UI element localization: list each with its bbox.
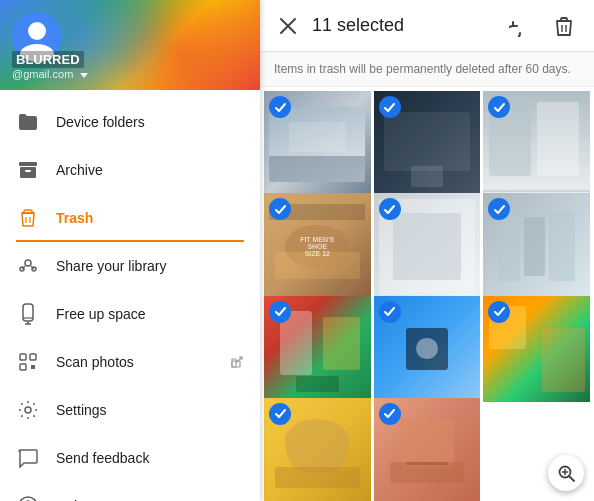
folder-icon: [16, 110, 40, 134]
svg-rect-3: [21, 212, 35, 214]
nav-list: Device folders Archive: [0, 90, 260, 501]
svg-point-6: [25, 260, 31, 266]
selection-check: [269, 403, 291, 425]
svg-rect-15: [20, 364, 26, 370]
toolbar-action-group: [502, 8, 582, 44]
svg-rect-2: [25, 170, 31, 172]
left-drawer: BLURRED @gmail.com Device folders: [0, 0, 260, 501]
sidebar-item-share-library[interactable]: Share your library: [0, 242, 260, 290]
photo-item[interactable]: [264, 91, 371, 198]
help-icon: [16, 494, 40, 501]
svg-rect-16: [31, 365, 35, 369]
selected-count-label: 11 selected: [312, 15, 502, 36]
sidebar-item-settings[interactable]: Settings: [0, 386, 260, 434]
photo-grid: FIT MEN'S SHOESIZE 12: [260, 87, 594, 501]
sidebar-item-free-space[interactable]: Free up space: [0, 290, 260, 338]
account-dropdown-icon[interactable]: [80, 73, 88, 78]
photo-item[interactable]: [374, 91, 481, 198]
photo-item[interactable]: [483, 193, 590, 300]
share-library-icon: [16, 254, 40, 278]
trash-notice-text: Items in trash will be permanently delet…: [260, 52, 594, 87]
sidebar-label-share-library: Share your library: [56, 258, 167, 274]
account-email: @gmail.com: [12, 68, 248, 80]
delete-button[interactable]: [546, 8, 582, 44]
free-space-icon: [16, 302, 40, 326]
photo-item[interactable]: FIT MEN'S SHOESIZE 12: [264, 193, 371, 300]
svg-line-27: [570, 477, 575, 482]
settings-icon: [16, 398, 40, 422]
photo-item[interactable]: [264, 398, 371, 501]
close-selection-button[interactable]: [272, 10, 304, 42]
right-panel: 11 selected Items in trash will be perma…: [260, 0, 594, 501]
sidebar-label-settings: Settings: [56, 402, 107, 418]
svg-rect-14: [30, 354, 36, 360]
photo-item[interactable]: [483, 296, 590, 403]
selection-check: [379, 198, 401, 220]
account-header: BLURRED @gmail.com: [0, 0, 260, 90]
scan-icon: [16, 350, 40, 374]
svg-rect-23: [556, 20, 572, 22]
photo-item[interactable]: [264, 296, 371, 403]
sidebar-item-archive[interactable]: Archive: [0, 146, 260, 194]
svg-rect-1: [20, 167, 36, 178]
sidebar-item-scan-photos[interactable]: Scan photos: [0, 338, 260, 386]
archive-icon: [16, 158, 40, 182]
sidebar-label-send-feedback: Send feedback: [56, 450, 149, 466]
svg-point-18: [25, 407, 31, 413]
selection-check: [379, 301, 401, 323]
sidebar-label-archive: Archive: [56, 162, 103, 178]
sidebar-label-scan-photos: Scan photos: [56, 354, 134, 370]
selection-check: [379, 96, 401, 118]
sidebar-label-free-space: Free up space: [56, 306, 146, 322]
sidebar-item-help[interactable]: Help: [0, 482, 260, 501]
photo-item[interactable]: [374, 193, 481, 300]
svg-rect-0: [19, 162, 37, 166]
feedback-icon: [16, 446, 40, 470]
photo-item[interactable]: [374, 296, 481, 403]
selection-toolbar: 11 selected: [260, 0, 594, 52]
photo-item[interactable]: [374, 398, 481, 501]
zoom-button[interactable]: [548, 455, 584, 491]
trash-icon: [16, 206, 40, 230]
restore-button[interactable]: [502, 8, 538, 44]
sidebar-label-trash: Trash: [56, 210, 93, 226]
photo-item[interactable]: [483, 91, 590, 198]
sidebar-label-device-folders: Device folders: [56, 114, 145, 130]
selection-check: [488, 301, 510, 323]
sidebar-item-send-feedback[interactable]: Send feedback: [0, 434, 260, 482]
external-link-icon: [230, 355, 244, 369]
account-name: BLURRED: [12, 51, 84, 68]
selection-check: [269, 96, 291, 118]
sidebar-item-device-folders[interactable]: Device folders: [0, 98, 260, 146]
selection-check: [379, 403, 401, 425]
selection-check: [269, 301, 291, 323]
sidebar-item-trash[interactable]: Trash: [0, 194, 260, 242]
svg-rect-13: [20, 354, 26, 360]
